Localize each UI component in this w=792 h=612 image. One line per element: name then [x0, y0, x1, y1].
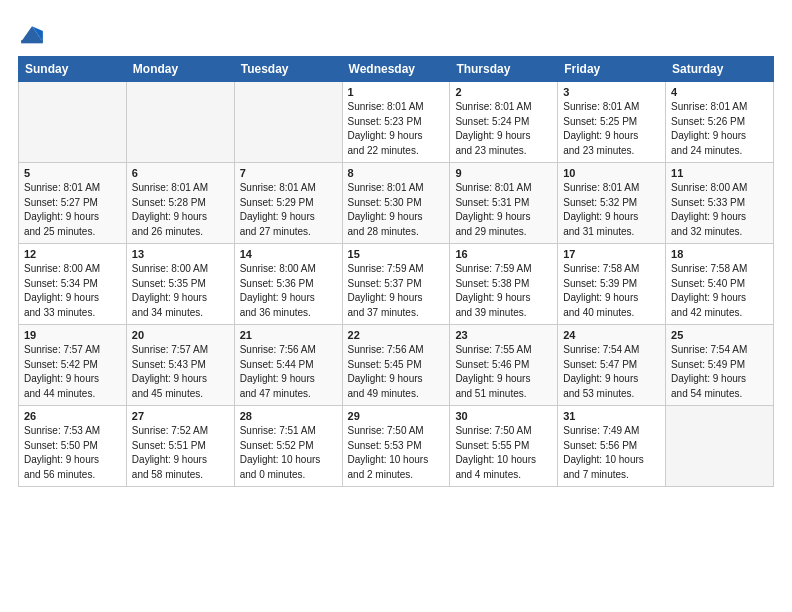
day-info: Sunrise: 8:01 AMSunset: 5:26 PMDaylight:…: [671, 100, 768, 158]
day-header-monday: Monday: [126, 57, 234, 82]
day-header-thursday: Thursday: [450, 57, 558, 82]
day-cell: 8Sunrise: 8:01 AMSunset: 5:30 PMDaylight…: [342, 163, 450, 244]
day-number: 13: [132, 248, 229, 260]
day-cell: 16Sunrise: 7:59 AMSunset: 5:38 PMDayligh…: [450, 244, 558, 325]
day-header-sunday: Sunday: [19, 57, 127, 82]
day-info: Sunrise: 8:01 AMSunset: 5:24 PMDaylight:…: [455, 100, 552, 158]
day-number: 26: [24, 410, 121, 422]
day-number: 14: [240, 248, 337, 260]
day-number: 1: [348, 86, 445, 98]
day-number: 10: [563, 167, 660, 179]
day-info: Sunrise: 7:50 AMSunset: 5:55 PMDaylight:…: [455, 424, 552, 482]
day-cell: 30Sunrise: 7:50 AMSunset: 5:55 PMDayligh…: [450, 406, 558, 487]
day-cell: 20Sunrise: 7:57 AMSunset: 5:43 PMDayligh…: [126, 325, 234, 406]
day-info: Sunrise: 7:56 AMSunset: 5:45 PMDaylight:…: [348, 343, 445, 401]
day-cell: 26Sunrise: 7:53 AMSunset: 5:50 PMDayligh…: [19, 406, 127, 487]
day-info: Sunrise: 8:00 AMSunset: 5:34 PMDaylight:…: [24, 262, 121, 320]
day-number: 23: [455, 329, 552, 341]
day-number: 4: [671, 86, 768, 98]
day-cell: 28Sunrise: 7:51 AMSunset: 5:52 PMDayligh…: [234, 406, 342, 487]
day-number: 24: [563, 329, 660, 341]
day-number: 31: [563, 410, 660, 422]
day-cell: 19Sunrise: 7:57 AMSunset: 5:42 PMDayligh…: [19, 325, 127, 406]
day-cell: [234, 82, 342, 163]
day-header-friday: Friday: [558, 57, 666, 82]
svg-rect-2: [21, 40, 43, 43]
day-cell: 7Sunrise: 8:01 AMSunset: 5:29 PMDaylight…: [234, 163, 342, 244]
day-info: Sunrise: 7:58 AMSunset: 5:40 PMDaylight:…: [671, 262, 768, 320]
day-info: Sunrise: 8:01 AMSunset: 5:27 PMDaylight:…: [24, 181, 121, 239]
day-header-wednesday: Wednesday: [342, 57, 450, 82]
day-cell: 25Sunrise: 7:54 AMSunset: 5:49 PMDayligh…: [666, 325, 774, 406]
calendar-table: SundayMondayTuesdayWednesdayThursdayFrid…: [18, 56, 774, 487]
day-cell: 22Sunrise: 7:56 AMSunset: 5:45 PMDayligh…: [342, 325, 450, 406]
day-info: Sunrise: 7:52 AMSunset: 5:51 PMDaylight:…: [132, 424, 229, 482]
day-info: Sunrise: 8:01 AMSunset: 5:23 PMDaylight:…: [348, 100, 445, 158]
week-row-1: 1Sunrise: 8:01 AMSunset: 5:23 PMDaylight…: [19, 82, 774, 163]
calendar-page: SundayMondayTuesdayWednesdayThursdayFrid…: [0, 0, 792, 612]
day-number: 30: [455, 410, 552, 422]
day-cell: 5Sunrise: 8:01 AMSunset: 5:27 PMDaylight…: [19, 163, 127, 244]
day-info: Sunrise: 8:01 AMSunset: 5:25 PMDaylight:…: [563, 100, 660, 158]
day-cell: 11Sunrise: 8:00 AMSunset: 5:33 PMDayligh…: [666, 163, 774, 244]
day-number: 5: [24, 167, 121, 179]
day-cell: [126, 82, 234, 163]
day-cell: 3Sunrise: 8:01 AMSunset: 5:25 PMDaylight…: [558, 82, 666, 163]
day-info: Sunrise: 8:01 AMSunset: 5:31 PMDaylight:…: [455, 181, 552, 239]
day-cell: 23Sunrise: 7:55 AMSunset: 5:46 PMDayligh…: [450, 325, 558, 406]
calendar-header-row: SundayMondayTuesdayWednesdayThursdayFrid…: [19, 57, 774, 82]
day-number: 29: [348, 410, 445, 422]
page-header: [18, 16, 774, 48]
day-info: Sunrise: 7:59 AMSunset: 5:37 PMDaylight:…: [348, 262, 445, 320]
day-number: 2: [455, 86, 552, 98]
day-info: Sunrise: 8:01 AMSunset: 5:30 PMDaylight:…: [348, 181, 445, 239]
day-number: 28: [240, 410, 337, 422]
day-info: Sunrise: 7:53 AMSunset: 5:50 PMDaylight:…: [24, 424, 121, 482]
day-cell: 9Sunrise: 8:01 AMSunset: 5:31 PMDaylight…: [450, 163, 558, 244]
week-row-2: 5Sunrise: 8:01 AMSunset: 5:27 PMDaylight…: [19, 163, 774, 244]
day-info: Sunrise: 8:00 AMSunset: 5:36 PMDaylight:…: [240, 262, 337, 320]
day-number: 7: [240, 167, 337, 179]
day-cell: 17Sunrise: 7:58 AMSunset: 5:39 PMDayligh…: [558, 244, 666, 325]
day-cell: 4Sunrise: 8:01 AMSunset: 5:26 PMDaylight…: [666, 82, 774, 163]
day-number: 19: [24, 329, 121, 341]
day-header-saturday: Saturday: [666, 57, 774, 82]
day-number: 20: [132, 329, 229, 341]
day-number: 8: [348, 167, 445, 179]
day-number: 25: [671, 329, 768, 341]
day-info: Sunrise: 7:59 AMSunset: 5:38 PMDaylight:…: [455, 262, 552, 320]
day-cell: 15Sunrise: 7:59 AMSunset: 5:37 PMDayligh…: [342, 244, 450, 325]
day-cell: 31Sunrise: 7:49 AMSunset: 5:56 PMDayligh…: [558, 406, 666, 487]
day-info: Sunrise: 8:01 AMSunset: 5:32 PMDaylight:…: [563, 181, 660, 239]
week-row-3: 12Sunrise: 8:00 AMSunset: 5:34 PMDayligh…: [19, 244, 774, 325]
day-info: Sunrise: 8:00 AMSunset: 5:33 PMDaylight:…: [671, 181, 768, 239]
day-info: Sunrise: 7:50 AMSunset: 5:53 PMDaylight:…: [348, 424, 445, 482]
day-cell: 18Sunrise: 7:58 AMSunset: 5:40 PMDayligh…: [666, 244, 774, 325]
day-cell: 14Sunrise: 8:00 AMSunset: 5:36 PMDayligh…: [234, 244, 342, 325]
day-number: 22: [348, 329, 445, 341]
logo: [18, 20, 49, 48]
day-cell: 10Sunrise: 8:01 AMSunset: 5:32 PMDayligh…: [558, 163, 666, 244]
day-number: 18: [671, 248, 768, 260]
day-number: 9: [455, 167, 552, 179]
day-cell: 13Sunrise: 8:00 AMSunset: 5:35 PMDayligh…: [126, 244, 234, 325]
day-info: Sunrise: 7:58 AMSunset: 5:39 PMDaylight:…: [563, 262, 660, 320]
day-number: 6: [132, 167, 229, 179]
day-info: Sunrise: 7:54 AMSunset: 5:47 PMDaylight:…: [563, 343, 660, 401]
day-cell: 29Sunrise: 7:50 AMSunset: 5:53 PMDayligh…: [342, 406, 450, 487]
week-row-4: 19Sunrise: 7:57 AMSunset: 5:42 PMDayligh…: [19, 325, 774, 406]
day-info: Sunrise: 7:54 AMSunset: 5:49 PMDaylight:…: [671, 343, 768, 401]
day-number: 3: [563, 86, 660, 98]
day-info: Sunrise: 8:01 AMSunset: 5:29 PMDaylight:…: [240, 181, 337, 239]
day-cell: 1Sunrise: 8:01 AMSunset: 5:23 PMDaylight…: [342, 82, 450, 163]
day-info: Sunrise: 7:57 AMSunset: 5:42 PMDaylight:…: [24, 343, 121, 401]
day-cell: 21Sunrise: 7:56 AMSunset: 5:44 PMDayligh…: [234, 325, 342, 406]
logo-icon: [18, 20, 46, 48]
day-cell: 2Sunrise: 8:01 AMSunset: 5:24 PMDaylight…: [450, 82, 558, 163]
day-info: Sunrise: 7:57 AMSunset: 5:43 PMDaylight:…: [132, 343, 229, 401]
day-cell: 24Sunrise: 7:54 AMSunset: 5:47 PMDayligh…: [558, 325, 666, 406]
week-row-5: 26Sunrise: 7:53 AMSunset: 5:50 PMDayligh…: [19, 406, 774, 487]
day-cell: 12Sunrise: 8:00 AMSunset: 5:34 PMDayligh…: [19, 244, 127, 325]
day-header-tuesday: Tuesday: [234, 57, 342, 82]
day-cell: [19, 82, 127, 163]
